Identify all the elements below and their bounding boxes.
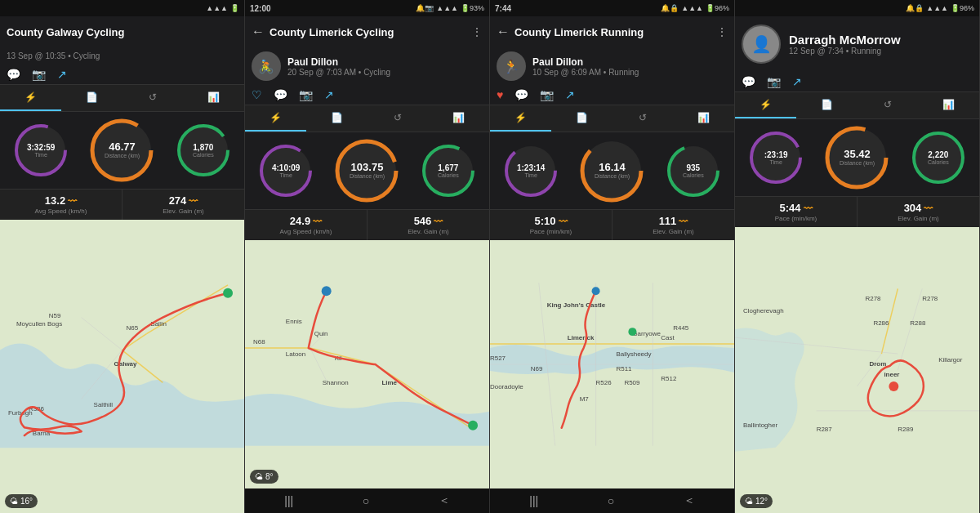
svg-text:N65: N65 bbox=[126, 324, 138, 332]
tab-bar-1b[interactable]: 📊 bbox=[183, 85, 244, 111]
tab-doc-1[interactable]: 📄 bbox=[61, 85, 122, 111]
share-icon-2[interactable]: ↗ bbox=[324, 88, 334, 101]
svg-text:King John's Castle: King John's Castle bbox=[547, 301, 606, 309]
svg-text:Shannon: Shannon bbox=[323, 379, 349, 386]
gauge-cal-4: 2,220 Calories bbox=[911, 130, 966, 185]
svg-text:Ennis: Ennis bbox=[286, 318, 302, 325]
stat-speed-value-2: 24.9 bbox=[290, 215, 310, 227]
svg-line-65 bbox=[898, 288, 922, 370]
pulse-icon-1a: 〰 bbox=[68, 196, 77, 206]
gauge-distance-1: 46.77 Distance (km) bbox=[88, 117, 155, 184]
svg-text:Clogherevagh: Clogherevagh bbox=[743, 307, 784, 314]
svg-line-6 bbox=[82, 318, 122, 350]
profile-avatar-4: 👤 bbox=[742, 25, 781, 64]
action-row-3: ♥ 💬 📷 ↗ bbox=[490, 85, 734, 105]
svg-point-34 bbox=[322, 286, 332, 296]
tab-bar-1: ⚡ 📄 ↺ 📊 bbox=[0, 85, 244, 112]
svg-text:Garryowe: Garryowe bbox=[632, 330, 661, 337]
tab-bar-2: ⚡ 📄 ↺ 📊 bbox=[245, 105, 489, 132]
menu-button-3[interactable]: ⋮ bbox=[716, 25, 728, 38]
nav-back-2[interactable]: ＜ bbox=[439, 493, 450, 508]
action-row-4: 💬 📷 ↗ bbox=[735, 72, 979, 92]
like-icon-2[interactable]: ♡ bbox=[252, 88, 262, 101]
svg-point-35 bbox=[468, 421, 478, 430]
share-icon-4[interactable]: ↗ bbox=[792, 75, 802, 88]
tab-bar-3b[interactable]: 📊 bbox=[673, 105, 734, 132]
user-name-2: Paul Dillon bbox=[287, 56, 483, 68]
comment-icon-1[interactable]: 💬 bbox=[7, 68, 20, 81]
camera-icon-3[interactable]: 📷 bbox=[540, 88, 554, 101]
stats-area-1: 3:32:59 Time 46.77 Distance (km) 1,870 C… bbox=[0, 112, 244, 189]
status-icons-2: 🔔📷 ▲▲▲ 🔋93% bbox=[416, 4, 484, 12]
nav-home-3[interactable]: ○ bbox=[608, 494, 614, 507]
gauge-dist-value-1: 46.77 bbox=[109, 141, 136, 153]
svg-text:R288: R288 bbox=[910, 319, 926, 327]
nav-menu-2[interactable]: ||| bbox=[284, 494, 293, 507]
tab-refresh-3[interactable]: ↺ bbox=[612, 105, 674, 132]
nav-back-3[interactable]: ＜ bbox=[684, 493, 695, 508]
share-icon-3[interactable]: ↗ bbox=[565, 88, 575, 101]
map-area-3: King John's Castle Limerick Garryowe Cas… bbox=[490, 240, 734, 488]
gauge-cal-2: 1,677 Calories bbox=[421, 143, 476, 199]
tab-refresh-1[interactable]: ↺ bbox=[122, 85, 184, 111]
tab-doc-4[interactable]: 📄 bbox=[796, 92, 858, 118]
user-date-3: 10 Sep @ 6:09 AM • Running bbox=[532, 68, 728, 77]
action-row-1: 💬 📷 ↗ bbox=[0, 65, 244, 85]
temp-badge-2: 🌤 8° bbox=[250, 470, 278, 484]
gauge-time-value-4: :23:19 bbox=[764, 150, 788, 159]
svg-point-58 bbox=[592, 287, 600, 295]
bottom-stats-4: 5:44 〰 Pace (min/km) 304 〰 Elev. Gain (m… bbox=[735, 196, 979, 227]
panel-limerick-running: 7:44 🔔🔒 ▲▲▲ 🔋96% ← County Limerick Runni… bbox=[490, 0, 735, 513]
back-button-2[interactable]: ← bbox=[252, 25, 265, 39]
gauge-cal-label-3: Calories bbox=[683, 172, 704, 179]
gauge-cal-label-4: Calories bbox=[928, 159, 949, 166]
comment-icon-2[interactable]: 💬 bbox=[274, 88, 287, 101]
tab-refresh-4[interactable]: ↺ bbox=[858, 92, 919, 118]
status-bar-1: ▲▲▲ 🔋 bbox=[0, 0, 244, 16]
stat-elev-label-4: Elev. Gain (m) bbox=[861, 215, 976, 222]
nav-bar-3: ||| ○ ＜ bbox=[490, 488, 734, 513]
svg-text:ineer: ineer bbox=[884, 371, 899, 378]
pulse-icon-1b: 〰 bbox=[189, 196, 198, 206]
svg-text:Ballintogher: Ballintogher bbox=[743, 422, 777, 429]
stat-pace-label-3: Pace (min/km) bbox=[493, 228, 608, 235]
tab-refresh-2[interactable]: ↺ bbox=[368, 105, 429, 132]
camera-icon-2[interactable]: 📷 bbox=[299, 88, 313, 101]
tab-bar-4b[interactable]: 📊 bbox=[918, 92, 979, 118]
bottom-stats-2: 24.9 〰 Avg Speed (km/h) 546 〰 Elev. Gain… bbox=[245, 209, 489, 240]
action-row-2: ♡ 💬 📷 ↗ bbox=[245, 85, 489, 105]
tab-doc-2[interactable]: 📄 bbox=[306, 105, 368, 132]
comment-icon-3[interactable]: 💬 bbox=[514, 88, 528, 101]
camera-icon-1[interactable]: 📷 bbox=[32, 68, 46, 81]
map-area-4: R278 R278 Clogherevagh R286 R288 Drom in… bbox=[735, 227, 979, 513]
like-icon-3[interactable]: ♥ bbox=[497, 88, 503, 101]
camera-icon-4[interactable]: 📷 bbox=[767, 75, 781, 88]
tab-doc-3[interactable]: 📄 bbox=[551, 105, 612, 132]
back-button-3[interactable]: ← bbox=[497, 25, 510, 39]
comment-icon-4[interactable]: 💬 bbox=[742, 75, 755, 88]
menu-button-2[interactable]: ⋮ bbox=[471, 25, 483, 38]
gauge-time-value-1: 3:32:59 bbox=[27, 143, 55, 152]
stat-elev-label-1: Elev. Gain (m) bbox=[126, 207, 241, 215]
tab-bar-3: ⚡ 📄 ↺ 📊 bbox=[490, 105, 734, 132]
svg-text:R509: R509 bbox=[624, 379, 640, 386]
stat-pace-value-3: 5:10 bbox=[534, 215, 555, 227]
tab-bar-2b[interactable]: 📊 bbox=[428, 105, 489, 132]
stat-elev-1: 274 〰 Elev. Gain (m) bbox=[122, 190, 244, 220]
stat-elev-2: 546 〰 Elev. Gain (m) bbox=[368, 210, 489, 240]
svg-text:M7: M7 bbox=[580, 395, 590, 403]
gauge-cal-label-2: Calories bbox=[438, 172, 459, 179]
svg-text:R289: R289 bbox=[898, 426, 914, 433]
tab-chart-2[interactable]: ⚡ bbox=[245, 105, 306, 132]
share-icon-1[interactable]: ↗ bbox=[57, 68, 67, 81]
stat-pace-4: 5:44 〰 Pace (min/km) bbox=[735, 197, 858, 227]
svg-text:R278: R278 bbox=[922, 295, 938, 302]
nav-menu-3[interactable]: ||| bbox=[529, 494, 538, 507]
nav-home-2[interactable]: ○ bbox=[363, 494, 369, 507]
tab-chart-1[interactable]: ⚡ bbox=[0, 85, 61, 111]
temp-value-2: 8° bbox=[265, 472, 274, 481]
tab-chart-4[interactable]: ⚡ bbox=[735, 92, 796, 118]
tab-chart-3[interactable]: ⚡ bbox=[490, 105, 551, 132]
gauge-time-3: 1:23:14 Time bbox=[503, 143, 559, 199]
svg-text:Ballysheedy: Ballysheedy bbox=[616, 350, 651, 358]
